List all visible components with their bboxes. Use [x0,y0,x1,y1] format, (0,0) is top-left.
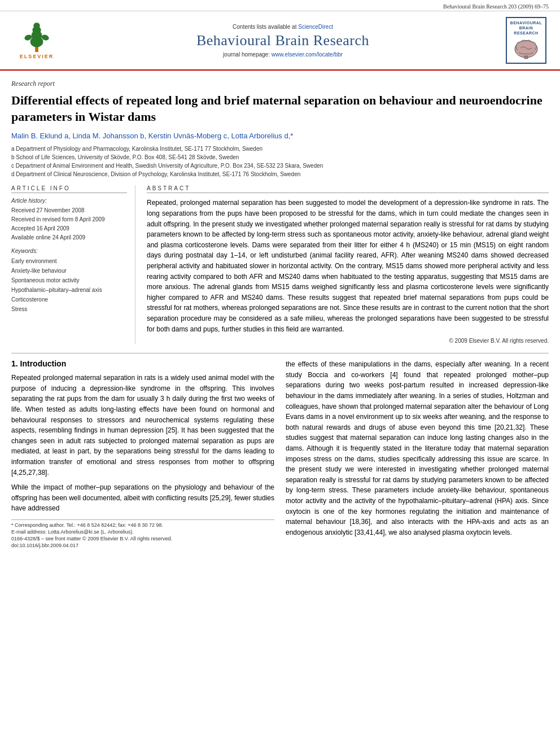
keyword-3: Hypothalamic–pituitary–adrenal axis [11,285,127,295]
history-accepted: Accepted 16 April 2009 [11,224,127,233]
footnote-doi: doi:10.1016/j.bbr.2009.04.017 [11,543,274,548]
journal-title-center: Contents lists available at ScienceDirec… [62,24,504,58]
body-two-col: 1. Introduction Repeated prolonged mater… [11,359,549,549]
right-col-para-1: the effects of these manipulations in th… [286,359,549,538]
affiliation-c: c Department of Animal Environment and H… [11,161,549,170]
copyright-line: © 2009 Elsevier B.V. All rights reserved… [147,338,549,344]
article-type: Research report [11,80,549,88]
abstract-label: ABSTRACT [147,185,549,193]
homepage-link[interactable]: www.elsevier.com/locate/bbr [272,51,343,58]
elsevier-brand-text: ELSEVIER [20,54,54,59]
article-content: Research report Differential effects of … [0,71,560,558]
contents-available-text: Contents lists available at ScienceDirec… [62,24,504,30]
history-received: Received 27 November 2008 [11,206,127,215]
intro-para-2: While the impact of mother–pup separatio… [11,482,274,514]
abstract-col: ABSTRACT Repeated, prolonged maternal se… [147,185,549,344]
bbr-logo: BEHAVIOURALBRAINRESEARCH [504,17,549,64]
keyword-2: Spontaneous motor activity [11,276,127,285]
history-revised: Received in revised form 8 April 2009 [11,215,127,224]
footnote-corresponding: * Corresponding author. Tel.: +46 8 524 … [11,522,274,528]
keyword-0: Early environment [11,256,127,266]
keyword-4: Corticosterone [11,295,127,304]
footnotes: * Corresponding author. Tel.: +46 8 524 … [11,519,274,548]
body-left-col: 1. Introduction Repeated prolonged mater… [11,359,274,549]
history-online: Available online 24 April 2009 [11,233,127,242]
journal-main-title: Behavioural Brain Research [62,32,504,49]
journal-homepage: journal homepage: www.elsevier.com/locat… [62,51,504,58]
intro-para-1: Repeated prolonged maternal separation i… [11,373,274,478]
intro-heading: 1. Introduction [11,359,274,368]
keywords-label: Keywords: [11,248,127,254]
article-info-col: ARTICLE INFO Article history: Received 2… [11,185,135,344]
authors-line: Malin B. Eklund a, Linda M. Johansson b,… [11,132,549,140]
keyword-1: Anxiety-like behaviour [11,266,127,276]
bbr-box: BEHAVIOURALBRAINRESEARCH [506,17,546,64]
affiliation-a: a Department of Physiology and Pharmacol… [11,145,549,153]
article-title: Differential effects of repeated long an… [11,93,549,125]
body-right-col: the effects of these manipulations in th… [286,359,549,549]
brain-icon [512,37,540,59]
affiliation-d: d Department of Clinical Neuroscience, D… [11,170,549,178]
article-info-abstract-layout: ARTICLE INFO Article history: Received 2… [11,185,549,344]
keyword-5: Stress [11,304,127,314]
journal-citation: Behavioural Brain Research 203 (2009) 69… [443,3,549,10]
header-section: ELSEVIER Contents lists available at Sci… [0,11,560,71]
footnote-issn: 0166-4328/$ – see front matter © 2009 El… [11,536,274,541]
top-bar: Behavioural Brain Research 203 (2009) 69… [0,0,560,11]
page-wrapper: Behavioural Brain Research 203 (2009) 69… [0,0,560,558]
bbr-box-title: BEHAVIOURALBRAINRESEARCH [509,20,543,36]
affiliation-b: b School of Life Sciences, University of… [11,153,549,161]
svg-point-4 [33,23,40,29]
section-divider [11,353,549,353]
affiliations: a Department of Physiology and Pharmacol… [11,145,549,178]
history-label: Article history: [11,198,127,204]
sciencedirect-link[interactable]: ScienceDirect [298,24,333,30]
footnote-email: E-mail address: Lotta.Arborelius@ki.se (… [11,529,274,535]
abstract-text: Repeated, prolonged maternal separation … [147,198,549,334]
article-info-label: ARTICLE INFO [11,185,127,193]
elsevier-tree-icon [20,21,54,53]
svg-rect-8 [524,56,528,59]
svg-point-7 [515,41,537,58]
elsevier-logo: ELSEVIER [11,21,62,59]
